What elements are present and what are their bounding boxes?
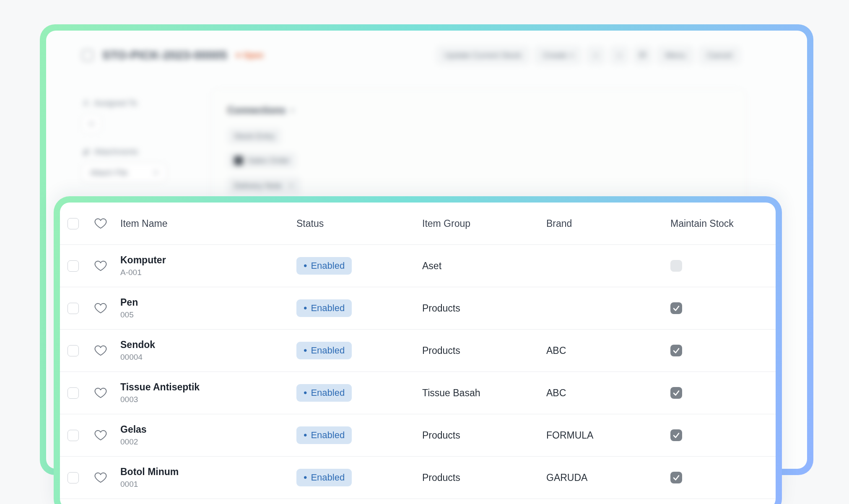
brand-cell: ABC: [546, 387, 670, 399]
chevron-down-icon: ▾: [570, 52, 573, 59]
table-row[interactable]: Tissue Antiseptik 0003 Enabled Tissue Ba…: [60, 372, 776, 414]
menu-button[interactable]: Menu: [657, 47, 693, 64]
status-badge: Enabled: [296, 469, 352, 486]
connection-link[interactable]: Delivery Note+: [227, 177, 301, 195]
table-row[interactable]: Sendok 00004 Enabled Products ABC: [60, 330, 776, 372]
cancel-button[interactable]: Cancel: [699, 47, 740, 64]
assign-add-button[interactable]: +: [82, 114, 101, 133]
column-header-maintain-stock[interactable]: Maintain Stock: [670, 218, 776, 229]
row-checkbox[interactable]: [68, 260, 79, 272]
status-badge: Enabled: [296, 426, 352, 444]
table-row[interactable]: Komputer A-001 Enabled Aset: [60, 245, 776, 287]
status-label: Enabled: [311, 260, 345, 271]
select-all-checkbox[interactable]: [68, 218, 79, 229]
attach-file-button[interactable]: Attach File +: [82, 163, 166, 182]
item-name: Sendok: [120, 339, 296, 351]
maintain-stock-checkbox[interactable]: [670, 472, 682, 483]
maintain-stock-cell: [670, 302, 776, 314]
maintain-stock-cell: [670, 472, 776, 483]
maintain-stock-checkbox[interactable]: [670, 345, 682, 356]
next-button[interactable]: ›: [610, 47, 628, 64]
item-group-cell: Products: [422, 345, 546, 356]
table-row[interactable]: Pen 005 Enabled Products: [60, 287, 776, 330]
item-group-cell: Aset: [422, 260, 546, 272]
status-cell: Enabled: [296, 384, 422, 402]
status-cell: Enabled: [296, 426, 422, 444]
row-checkbox[interactable]: [68, 472, 79, 483]
row-checkbox[interactable]: [68, 430, 79, 441]
maintain-stock-cell: [670, 345, 776, 356]
heart-icon[interactable]: [94, 345, 120, 356]
item-code: 005: [120, 310, 296, 320]
connections-list: Stock EntrySales OrderDelivery Note+: [227, 128, 730, 195]
create-label: Create: [543, 51, 567, 60]
row-checkbox[interactable]: [68, 387, 79, 399]
favorite-icon[interactable]: [94, 218, 120, 229]
assigned-to-label: Assigned To: [94, 99, 137, 108]
item-name-cell[interactable]: Gelas 0002: [120, 424, 296, 447]
prev-button[interactable]: ‹: [587, 47, 605, 64]
column-header-brand[interactable]: Brand: [546, 218, 670, 229]
maintain-stock-cell: [670, 260, 776, 272]
column-header-item-group[interactable]: Item Group: [422, 218, 546, 229]
item-group-cell: Products: [422, 303, 546, 314]
refresh-icon[interactable]: ⟳: [634, 47, 652, 64]
status-badge: Enabled: [296, 384, 352, 402]
column-header-item-name[interactable]: Item Name: [120, 218, 296, 229]
item-code: A-001: [120, 268, 296, 277]
connection-link[interactable]: Sales Order: [227, 152, 296, 169]
item-group-cell: Products: [422, 430, 546, 441]
item-code: 0001: [120, 480, 296, 489]
update-current-stock-button[interactable]: Update Current Stock: [437, 47, 530, 64]
status-dot-icon: [236, 54, 240, 57]
row-checkbox[interactable]: [68, 345, 79, 356]
column-header-status[interactable]: Status: [296, 218, 422, 229]
status-badge: Enabled: [296, 342, 352, 359]
form-sidebar: Assigned To + Attachments Attach File: [82, 84, 187, 182]
heart-icon[interactable]: [94, 472, 120, 483]
status-label: Open: [243, 51, 264, 60]
paperclip-icon: [82, 148, 90, 156]
plus-icon[interactable]: +: [288, 180, 294, 191]
status-cell: Enabled: [296, 469, 422, 486]
heart-icon[interactable]: [94, 429, 120, 441]
status-label: Enabled: [311, 387, 345, 398]
connection-link[interactable]: Stock Entry: [227, 128, 281, 145]
maintain-stock-checkbox[interactable]: [670, 260, 682, 272]
maintain-stock-checkbox[interactable]: [670, 302, 682, 314]
item-name-cell[interactable]: Sendok 00004: [120, 339, 296, 362]
item-name: Tissue Antiseptik: [120, 382, 296, 393]
table-row[interactable]: Gelas 0002 Enabled Products FORMULA: [60, 414, 776, 457]
person-icon: [82, 99, 90, 107]
item-name: Pen: [120, 297, 296, 309]
row-checkbox[interactable]: [68, 303, 79, 314]
document-title: STO-PICK-2023-00005: [102, 49, 227, 62]
item-name-cell[interactable]: Tissue Antiseptik 0003: [120, 382, 296, 404]
status-label: Enabled: [311, 472, 345, 483]
heart-icon[interactable]: [94, 387, 120, 399]
heart-icon[interactable]: [94, 302, 120, 314]
status-cell: Enabled: [296, 299, 422, 317]
brand-cell: FORMULA: [546, 430, 670, 441]
maintain-stock-checkbox[interactable]: [670, 387, 682, 399]
connections-heading-row: Connections ▾: [227, 105, 730, 116]
item-name-cell[interactable]: Komputer A-001: [120, 255, 296, 277]
brand-cell: GARUDA: [546, 472, 670, 483]
maintain-stock-checkbox[interactable]: [670, 429, 682, 441]
item-name-cell[interactable]: Pen 005: [120, 297, 296, 320]
table-row[interactable]: Botol Minum 0001 Enabled Products GARUDA: [60, 457, 776, 499]
document-header: STO-PICK-2023-00005 Open Update Current …: [46, 31, 807, 64]
item-code: 00004: [120, 353, 296, 362]
attach-file-label: Attach File: [90, 168, 128, 177]
create-button[interactable]: Create ▾: [535, 47, 581, 64]
item-name: Komputer: [120, 255, 296, 266]
item-code: 0002: [120, 437, 296, 447]
item-table-body: Komputer A-001 Enabled Aset Pen 005: [60, 245, 776, 499]
document-checkbox[interactable]: [82, 50, 93, 61]
assigned-to-label-row: Assigned To: [82, 99, 187, 108]
table-header-row: Item Name Status Item Group Brand Mainta…: [60, 203, 776, 245]
heart-icon[interactable]: [94, 260, 120, 272]
item-name-cell[interactable]: Botol Minum 0001: [120, 466, 296, 489]
connection-label: Delivery Note: [234, 181, 282, 190]
maintain-stock-cell: [670, 429, 776, 441]
